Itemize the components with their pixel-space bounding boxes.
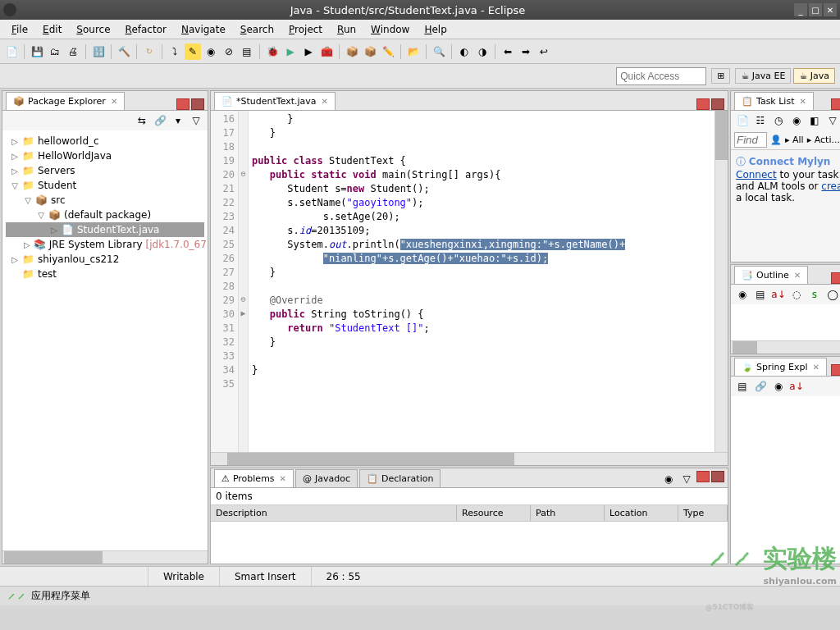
- hide-local-icon[interactable]: ◯: [824, 286, 840, 303]
- categorize-icon[interactable]: ☷: [752, 112, 769, 129]
- run-button[interactable]: ▶: [282, 43, 299, 60]
- search-button[interactable]: 🔍: [431, 43, 447, 60]
- close-icon[interactable]: ✕: [794, 271, 801, 280]
- scrollbar-horizontal[interactable]: [731, 340, 840, 354]
- column-header[interactable]: Resource: [457, 505, 531, 521]
- menu-run[interactable]: Run: [331, 22, 363, 37]
- wrap-button[interactable]: ▤: [239, 43, 255, 60]
- menu-window[interactable]: Window: [364, 22, 416, 37]
- save-all-button[interactable]: 🗂: [47, 43, 63, 60]
- task-list-tab[interactable]: 📋 Task List ✕: [734, 92, 814, 110]
- menu-edit[interactable]: Edit: [36, 22, 68, 37]
- close-icon[interactable]: ✕: [799, 97, 806, 106]
- user-icon[interactable]: 👤: [770, 135, 782, 145]
- view-menu-icon[interactable]: ▽: [188, 112, 204, 129]
- collapse-icon[interactable]: ▤: [734, 378, 751, 395]
- tree-item[interactable]: ▷📁Servers: [6, 163, 204, 178]
- editor-tab[interactable]: 📄 *StudentText.java ✕: [214, 92, 336, 110]
- menu-project[interactable]: Project: [282, 22, 329, 37]
- scrollbar-horizontal[interactable]: [211, 452, 728, 465]
- filter-all[interactable]: ▸ All: [785, 135, 804, 145]
- create-link[interactable]: create: [821, 180, 840, 192]
- hide-fields-icon[interactable]: a↓: [770, 286, 787, 303]
- collapse-icon[interactable]: ◧: [806, 112, 823, 129]
- column-header[interactable]: Path: [531, 505, 605, 521]
- collapse-all-icon[interactable]: ⇆: [134, 112, 150, 129]
- menu-file[interactable]: File: [5, 22, 34, 37]
- new-package-button[interactable]: 📦: [344, 43, 360, 60]
- link-icon[interactable]: 🔗: [752, 378, 769, 395]
- tree-item[interactable]: ▷📚JRE System Library [jdk1.7.0_67: [6, 237, 204, 252]
- maximize-view-button[interactable]: [711, 471, 724, 482]
- minimize-view-button[interactable]: [696, 98, 710, 110]
- new-task-icon[interactable]: 📄: [734, 112, 751, 129]
- minimize-button[interactable]: _: [794, 3, 807, 16]
- problems-tab[interactable]: ⚠ Problems ✕: [214, 469, 294, 487]
- open-perspective-button[interactable]: ⊞: [711, 68, 730, 84]
- code-editor[interactable]: 1617181920212223242526272829303132333435…: [211, 111, 728, 452]
- menu-navigate[interactable]: Navigate: [175, 22, 232, 37]
- menu-help[interactable]: Help: [418, 22, 453, 37]
- hide-static-icon[interactable]: ◌: [788, 286, 805, 303]
- tree-item[interactable]: ▷📁HelloWorldJava: [6, 148, 204, 163]
- focus-icon[interactable]: ◉: [788, 112, 805, 129]
- forward-button[interactable]: ➡: [518, 43, 534, 60]
- toggle-breakpoint-button[interactable]: ◉: [203, 43, 219, 60]
- debug-step-button[interactable]: ⤵: [167, 43, 183, 60]
- scrollbar-vertical[interactable]: [714, 111, 728, 452]
- column-header[interactable]: Description: [211, 505, 457, 521]
- new-button[interactable]: 📄: [3, 43, 20, 60]
- maximize-view-button[interactable]: [191, 98, 204, 110]
- task-find-input[interactable]: [734, 132, 767, 148]
- maximize-button[interactable]: □: [809, 3, 822, 16]
- os-taskbar[interactable]: ⟋⟋ 应用程序菜单: [0, 586, 840, 605]
- save-button[interactable]: 💾: [29, 43, 45, 60]
- run-config-button[interactable]: ▶: [300, 43, 317, 60]
- app-menu-label[interactable]: 应用程序菜单: [31, 589, 90, 603]
- package-tree[interactable]: ▷📁helloworld_c▷📁HelloWorldJava▷📁Servers▽…: [2, 130, 208, 550]
- minimize-view-button[interactable]: [176, 98, 189, 110]
- sort-icon[interactable]: a↓: [788, 378, 805, 395]
- focus-icon[interactable]: ◉: [660, 471, 677, 487]
- binary-button[interactable]: 🔢: [90, 43, 107, 60]
- tree-item[interactable]: ▷📁shiyanlou_cs212: [6, 252, 204, 267]
- close-icon[interactable]: ✕: [322, 97, 328, 106]
- link-editor-icon[interactable]: 🔗: [152, 112, 168, 129]
- tree-item[interactable]: ▽📁Student: [6, 178, 204, 193]
- new-class-button[interactable]: 📦: [362, 43, 378, 60]
- close-icon[interactable]: ✕: [111, 97, 117, 106]
- tree-item[interactable]: ▷📄StudentText.java: [6, 222, 204, 237]
- annotations-button[interactable]: ◐: [456, 43, 472, 60]
- back-button[interactable]: ⬅: [500, 43, 516, 60]
- close-icon[interactable]: ✕: [813, 363, 819, 372]
- next-annotation-button[interactable]: ◑: [474, 43, 491, 60]
- tree-item[interactable]: ▽📦(default package): [6, 208, 204, 222]
- menu-source[interactable]: Source: [70, 22, 116, 37]
- menu-refactor[interactable]: Refactor: [119, 22, 173, 37]
- perspective-java[interactable]: ☕ Java: [793, 68, 835, 84]
- declaration-tab[interactable]: 📋 Declaration: [359, 469, 441, 487]
- tree-item[interactable]: ▽📦src: [6, 193, 204, 208]
- skip-button[interactable]: ⊘: [221, 43, 237, 60]
- new-interface-button[interactable]: ✏️: [380, 43, 396, 60]
- spring-explorer-tab[interactable]: 🍃 Spring Expl ✕: [734, 358, 827, 376]
- close-button[interactable]: ✕: [824, 3, 837, 16]
- minimize-view-button[interactable]: [831, 272, 840, 284]
- javadoc-tab[interactable]: @ Javadoc: [295, 469, 358, 487]
- package-explorer-tab[interactable]: 📦 Package Explorer ✕: [6, 92, 125, 110]
- menu-search[interactable]: Search: [234, 22, 281, 37]
- column-header[interactable]: Location: [605, 505, 678, 521]
- view-menu-icon[interactable]: ▽: [678, 471, 695, 487]
- refresh-icon[interactable]: ↻: [141, 43, 158, 60]
- maximize-view-button[interactable]: [711, 98, 724, 110]
- tree-item[interactable]: ▷📁helloworld_c: [6, 134, 204, 148]
- focus-icon[interactable]: ◉: [770, 378, 787, 395]
- outline-tab[interactable]: 📑 Outline ✕: [734, 266, 808, 284]
- highlight-button[interactable]: ✎: [185, 43, 201, 60]
- filter-active[interactable]: ▸ Acti...: [807, 135, 840, 145]
- app-menu-icon[interactable]: ⟋⟋: [7, 591, 26, 602]
- schedule-icon[interactable]: ◷: [770, 112, 787, 129]
- perspective-java-ee[interactable]: ☕ Java EE: [735, 68, 791, 84]
- last-edit-button[interactable]: ↩: [536, 43, 552, 60]
- print-button[interactable]: 🖨: [65, 43, 81, 60]
